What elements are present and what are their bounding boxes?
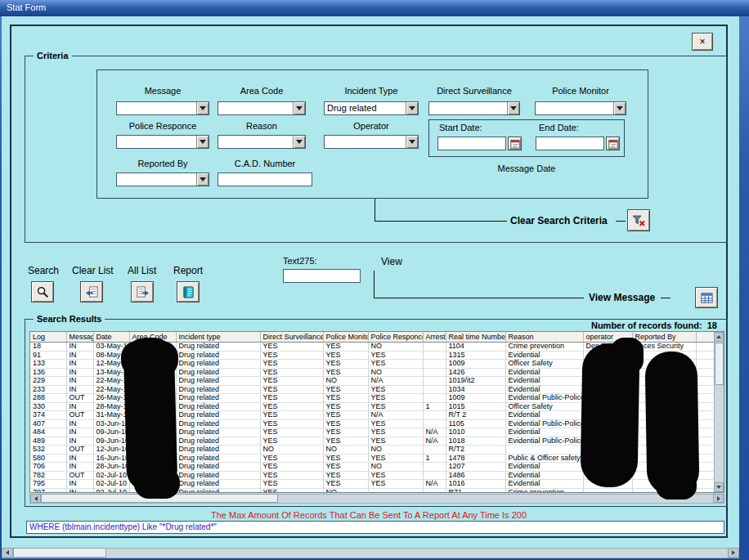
- column-header[interactable]: Reason: [505, 332, 583, 343]
- message-combobox[interactable]: [116, 101, 209, 115]
- table-cell: Evidential: [505, 480, 583, 489]
- column-header[interactable]: Police Responce: [368, 332, 423, 343]
- column-header[interactable]: Reported By: [632, 332, 696, 343]
- date-range-frame: Start Date: End Date:: [428, 119, 625, 157]
- table-row[interactable]: 797IN02-Jul-10Drug relatedYESNOR71Crime …: [30, 488, 715, 493]
- form-horizontal-scrollbar[interactable]: [2, 548, 739, 558]
- direct-surveillance-combobox[interactable]: [428, 101, 520, 115]
- cad-number-input[interactable]: [218, 172, 312, 186]
- table-cell: 330: [30, 402, 66, 411]
- column-header[interactable]: Date: [93, 332, 129, 343]
- start-date-picker-button[interactable]: [508, 137, 522, 150]
- close-button[interactable]: ×: [692, 33, 713, 51]
- table-cell: YES: [260, 463, 323, 472]
- table-cell: [423, 377, 446, 386]
- scroll-left-button[interactable]: [30, 494, 41, 503]
- chevron-down-icon[interactable]: [406, 136, 418, 148]
- report-button[interactable]: [177, 281, 200, 302]
- chevron-down-icon[interactable]: [196, 173, 209, 186]
- table-cell: N/A: [423, 480, 446, 489]
- area-code-combobox[interactable]: [218, 101, 306, 115]
- table-cell: NO: [323, 488, 368, 493]
- table-cell: 1207: [446, 463, 505, 472]
- police-responce-combobox[interactable]: [116, 135, 209, 149]
- table-cell: 28-Jun-10: [93, 463, 129, 472]
- table-cell-filler: [696, 428, 715, 437]
- operator-combobox[interactable]: [324, 135, 419, 149]
- table-cell: YES: [368, 385, 423, 394]
- scroll-right-button[interactable]: [713, 494, 724, 503]
- table-cell: Drug related: [176, 471, 260, 480]
- table-cell: [423, 360, 446, 369]
- table-cell: 91: [30, 351, 66, 360]
- column-header[interactable]: Arrests: [423, 332, 446, 343]
- scroll-left-button[interactable]: [2, 548, 13, 558]
- results-horizontal-scrollbar[interactable]: [29, 494, 724, 504]
- scrollbar-thumb[interactable]: [715, 343, 724, 385]
- chevron-down-icon[interactable]: [293, 136, 305, 148]
- connector-line: [374, 221, 507, 222]
- table-cell: R71: [446, 488, 505, 493]
- scroll-left-icon: [6, 550, 9, 555]
- scroll-left-icon: [34, 496, 38, 501]
- table-cell: 1486: [446, 471, 505, 480]
- connector-line: [661, 298, 671, 298]
- table-cell: YES: [368, 480, 423, 489]
- search-icon: [36, 285, 50, 299]
- chevron-down-icon[interactable]: [507, 102, 519, 114]
- all-list-button[interactable]: [131, 281, 154, 302]
- report-label: Report: [173, 265, 203, 276]
- column-header[interactable]: Log: [30, 332, 66, 343]
- table-cell: Drug related: [176, 454, 260, 463]
- table-cell: YES: [368, 428, 423, 437]
- table-cell: YES: [368, 454, 423, 463]
- table-cell: YES: [260, 488, 323, 493]
- reported-by-combobox[interactable]: [116, 172, 209, 186]
- connector-line: [616, 221, 626, 222]
- table-cell: IN: [66, 488, 93, 493]
- end-date-input[interactable]: [536, 137, 604, 150]
- reported-by-label: Reported By: [116, 159, 209, 168]
- incident-type-combobox[interactable]: Drug related: [324, 101, 419, 115]
- column-header[interactable]: Incident type: [176, 332, 260, 343]
- column-header[interactable]: Police Monitor: [323, 332, 368, 343]
- table-cell: Drug related: [176, 351, 260, 360]
- table-cell: YES: [260, 471, 323, 480]
- column-header[interactable]: Message: [66, 332, 93, 343]
- search-button[interactable]: [31, 281, 54, 302]
- table-cell: 18: [30, 343, 66, 352]
- start-date-input[interactable]: [437, 137, 506, 150]
- table-cell: [423, 471, 446, 480]
- chevron-down-icon[interactable]: [613, 102, 626, 114]
- end-date-picker-button[interactable]: [606, 137, 620, 150]
- scroll-down-button[interactable]: [714, 482, 724, 492]
- text275-input[interactable]: [283, 269, 361, 283]
- chevron-down-icon[interactable]: [196, 136, 209, 148]
- scrollbar-thumb[interactable]: [13, 548, 106, 558]
- sql-filter-textbox[interactable]: WHERE (tblmain.incidenttype) Like "*Drug…: [26, 521, 724, 534]
- chevron-down-icon[interactable]: [293, 102, 305, 114]
- table-cell: Drug related: [176, 463, 260, 472]
- table-cell: YES: [323, 360, 368, 369]
- column-header[interactable]: Real time Number: [446, 332, 505, 343]
- column-header[interactable]: Direct Surveillance: [260, 332, 323, 343]
- table-cell: YES: [260, 343, 323, 352]
- reason-combobox[interactable]: [218, 135, 306, 149]
- table-cell: YES: [260, 402, 323, 411]
- scroll-up-button[interactable]: [714, 332, 724, 342]
- police-monitor-label: Police Monitor: [535, 86, 626, 96]
- clear-list-label: Clear List: [72, 265, 114, 276]
- clear-list-button[interactable]: [80, 281, 103, 302]
- table-cell: Officer Safety: [505, 402, 583, 411]
- clear-search-criteria-button[interactable]: [627, 209, 650, 231]
- table-cell: Evidential: [505, 377, 583, 386]
- police-monitor-combobox[interactable]: [535, 101, 626, 115]
- report-icon: [182, 285, 195, 299]
- view-message-button[interactable]: [695, 287, 718, 308]
- search-results-legend: Search Results: [34, 314, 105, 324]
- chevron-down-icon[interactable]: [196, 102, 209, 114]
- results-vertical-scrollbar[interactable]: [714, 332, 724, 492]
- table-cell: 12-Jun-10: [93, 446, 129, 455]
- chevron-down-icon[interactable]: [406, 102, 418, 114]
- scroll-right-button[interactable]: [728, 548, 739, 558]
